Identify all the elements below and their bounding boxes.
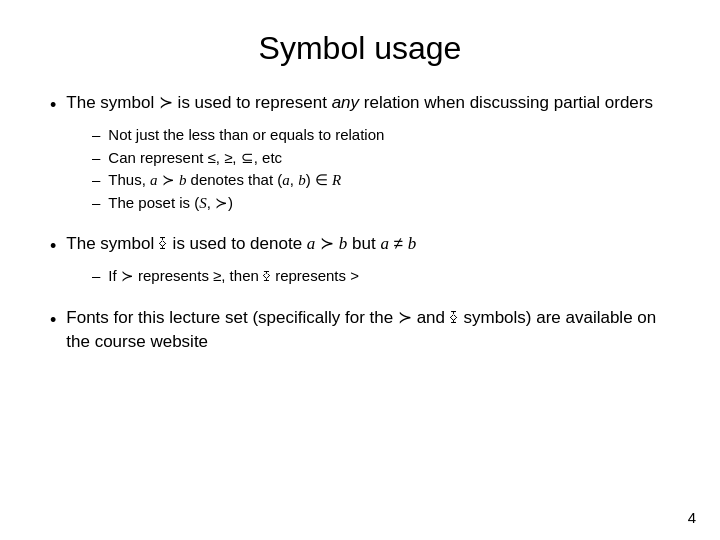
bullet-main-3: • Fonts for this lecture set (specifical… <box>50 306 670 354</box>
any-italic: any <box>332 93 359 112</box>
bullet-text-3: Fonts for this lecture set (specifically… <box>66 306 670 354</box>
bullet-section-3: • Fonts for this lecture set (specifical… <box>50 306 670 360</box>
sub-bullet-text-2-1: If ≻ represents ≥, then ⧰ represents > <box>108 265 359 288</box>
sub-bullet-text-1-1: Not just the less than or equals to rela… <box>108 124 384 147</box>
sub-bullet-2-1: – If ≻ represents ≥, then ⧰ represents > <box>92 265 670 288</box>
sub-bullet-1-2: – Can represent ≤, ≥, ⊆, etc <box>92 147 670 170</box>
sub-dash-1-2: – <box>92 147 100 170</box>
slide-title: Symbol usage <box>50 30 670 67</box>
sub-bullet-text-1-4: The poset is (S, ≻) <box>108 192 233 215</box>
bullet-section-2: • The symbol ⧰ is used to denote a ≻ b b… <box>50 232 670 288</box>
sub-bullet-text-1-3: Thus, a ≻ b denotes that (a, b) ∈ R <box>108 169 341 192</box>
page-number: 4 <box>688 509 696 526</box>
slide: Symbol usage • The symbol ≻ is used to r… <box>0 0 720 540</box>
bullet-dot-2: • <box>50 234 56 259</box>
sub-dash-1-4: – <box>92 192 100 215</box>
sub-bullet-1-3: – Thus, a ≻ b denotes that (a, b) ∈ R <box>92 169 670 192</box>
sub-bullet-text-1-2: Can represent ≤, ≥, ⊆, etc <box>108 147 282 170</box>
sub-bullets-1: – Not just the less than or equals to re… <box>92 124 670 214</box>
bullet-dot-3: • <box>50 308 56 333</box>
bullet-main-1: • The symbol ≻ is used to represent any … <box>50 91 670 118</box>
bullet-text-1: The symbol ≻ is used to represent any re… <box>66 91 653 115</box>
sub-bullet-1-4: – The poset is (S, ≻) <box>92 192 670 215</box>
sub-dash-1-3: – <box>92 169 100 192</box>
bullet-dot-1: • <box>50 93 56 118</box>
sub-dash-1-1: – <box>92 124 100 147</box>
sub-bullets-2: – If ≻ represents ≥, then ⧰ represents > <box>92 265 670 288</box>
bullet-main-2: • The symbol ⧰ is used to denote a ≻ b b… <box>50 232 670 259</box>
bullet-text-2: The symbol ⧰ is used to denote a ≻ b but… <box>66 232 416 256</box>
sub-dash-2-1: – <box>92 265 100 288</box>
bullet-section-1: • The symbol ≻ is used to represent any … <box>50 91 670 214</box>
sub-bullet-1-1: – Not just the less than or equals to re… <box>92 124 670 147</box>
